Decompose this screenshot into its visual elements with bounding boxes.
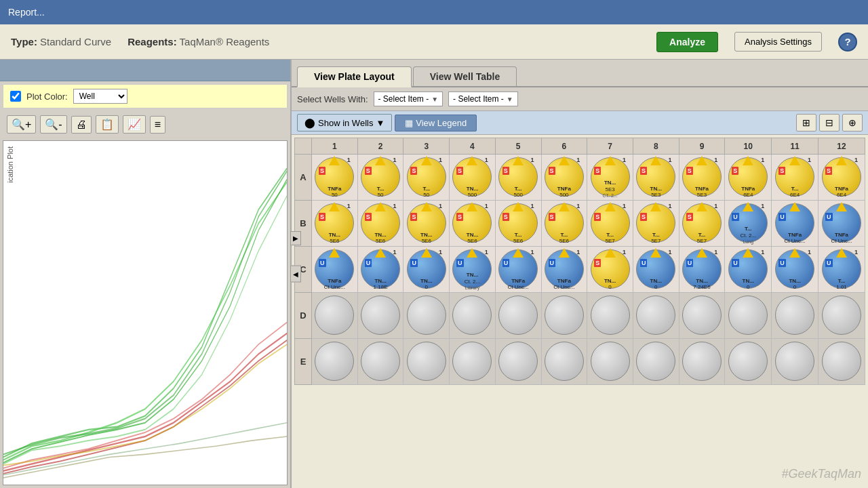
well-B5[interactable]: 1 S T... 5E6 bbox=[495, 201, 541, 247]
well-D11[interactable] bbox=[772, 293, 818, 339]
well-C7[interactable]: 1 S TN... 0 bbox=[587, 247, 633, 293]
well-E11[interactable] bbox=[772, 339, 818, 385]
plate-container[interactable]: 1 2 3 4 5 6 7 8 9 10 11 12 A bbox=[292, 135, 868, 488]
well-C11[interactable]: 1 U TN... 0 bbox=[772, 247, 818, 293]
plot-color-checkbox[interactable] bbox=[10, 91, 21, 102]
tab-well-table[interactable]: View Well Table bbox=[413, 66, 517, 86]
well-B11[interactable]: U TNFa Ct Unc... bbox=[772, 201, 818, 247]
well-B4[interactable]: 1 S TN... 5E6 bbox=[450, 201, 496, 247]
list-button[interactable]: ≡ bbox=[150, 116, 165, 134]
grid-control-button-2[interactable]: ⊟ bbox=[819, 114, 840, 131]
well-B3[interactable]: 1 S TN... 5E6 bbox=[403, 201, 450, 247]
well-C4[interactable]: 1 U TN... Ct. 2... Library bbox=[450, 247, 496, 293]
well-D5[interactable] bbox=[495, 293, 541, 339]
well-D12[interactable] bbox=[818, 293, 865, 339]
well-A12[interactable]: 1 S TNFa 6E4 bbox=[818, 155, 865, 201]
copy-button[interactable]: 📋 bbox=[96, 115, 119, 134]
well-C9[interactable]: 1 U TN... 7.24E6 bbox=[679, 247, 725, 293]
well-A10[interactable]: 1 S TNFa 6E4 bbox=[725, 155, 772, 201]
well-A2[interactable]: 1 S T... 50 bbox=[357, 155, 403, 201]
expand-right-arrow[interactable]: ▶ bbox=[290, 231, 301, 245]
well-E7[interactable] bbox=[587, 339, 633, 385]
select-item-dropdown-1[interactable]: - Select Item - ▼ bbox=[374, 92, 443, 106]
well-B2[interactable]: 1 S TN... 5E6 bbox=[357, 201, 403, 247]
well-E8[interactable] bbox=[633, 339, 679, 385]
select-item-dropdown-2[interactable]: - Select Item - ▼ bbox=[448, 92, 518, 106]
well-D2[interactable] bbox=[357, 293, 403, 339]
well-cell-A3: 1 S T... 50 bbox=[405, 156, 448, 199]
view-legend-button[interactable]: ▦ View Legend bbox=[395, 115, 477, 131]
show-in-wells-button[interactable]: ⬤ Show in Wells ▼ bbox=[297, 114, 392, 131]
well-E10[interactable] bbox=[725, 339, 772, 385]
well-B6[interactable]: 1 S T... 5E6 bbox=[541, 201, 587, 247]
well-C1[interactable]: U TNFa Ct Unc... bbox=[312, 247, 358, 293]
well-text-A5: T... 500 bbox=[497, 186, 540, 199]
well-text-B6: T... 5E6 bbox=[543, 232, 586, 245]
well-A8[interactable]: 1 S TN... 5E3 bbox=[633, 155, 679, 201]
chart-area: ication Plot bbox=[3, 140, 288, 485]
well-C3[interactable]: 1 U TN... 0 bbox=[403, 247, 450, 293]
well-C5[interactable]: 1 U TNFa Ct Unc... bbox=[495, 247, 541, 293]
well-C6[interactable]: 1 U TNFa Ct Unc... bbox=[541, 247, 587, 293]
well-cell-B7: 1 S T... 5E7 bbox=[589, 202, 631, 245]
well-C2[interactable]: 1 U TN... 1.18E bbox=[357, 247, 403, 293]
tab-plate-layout[interactable]: View Plate Layout bbox=[297, 66, 412, 87]
well-C12[interactable]: 1 U T... 1.01 bbox=[818, 247, 865, 293]
well-text-A1: TNFa 50 bbox=[313, 186, 356, 199]
well-E6[interactable] bbox=[541, 339, 587, 385]
well-A9[interactable]: 1 S TNFa 5E3 bbox=[679, 155, 725, 201]
well-A1[interactable]: 1 S TNFa 50 bbox=[312, 155, 358, 201]
well-E3[interactable] bbox=[403, 339, 450, 385]
well-circle-E4 bbox=[452, 342, 492, 381]
analysis-settings-button[interactable]: Analysis Settings bbox=[734, 32, 822, 52]
well-D1[interactable] bbox=[312, 293, 358, 339]
well-cell-E8 bbox=[635, 340, 677, 383]
well-E2[interactable] bbox=[357, 339, 403, 385]
well-label-B5: S bbox=[502, 213, 509, 221]
analyze-button[interactable]: Analyze bbox=[656, 32, 718, 52]
well-flag-C4 bbox=[467, 248, 477, 258]
well-C8[interactable]: 1 U TN... 0 bbox=[633, 247, 679, 293]
well-A4[interactable]: 1 S TN... 500 bbox=[450, 155, 496, 201]
well-B8[interactable]: 1 S T... 5E7 bbox=[633, 201, 679, 247]
well-D9[interactable] bbox=[679, 293, 725, 339]
zoom-in-button[interactable]: 🔍+ bbox=[7, 115, 36, 134]
well-B1[interactable]: 1 S TN... 5E6 bbox=[312, 201, 358, 247]
grid-control-button-3[interactable]: ⊕ bbox=[842, 114, 863, 131]
well-A7[interactable]: 1 S TN... 5E3 CT. 2... bbox=[587, 155, 633, 201]
well-E4[interactable] bbox=[450, 339, 496, 385]
well-num-C5: 1 bbox=[531, 249, 534, 256]
title-bar: Report... bbox=[0, 0, 868, 24]
well-E5[interactable] bbox=[495, 339, 541, 385]
well-D10[interactable] bbox=[725, 293, 772, 339]
well-B7[interactable]: 1 S T... 5E7 bbox=[587, 201, 633, 247]
well-A11[interactable]: 1 S T... 6E4 bbox=[772, 155, 818, 201]
well-cell-B12: U TNFa Ct Unc... bbox=[820, 202, 863, 245]
well-B9[interactable]: 1 S T... 5E7 bbox=[679, 201, 725, 247]
well-E12[interactable] bbox=[818, 339, 865, 385]
zoom-out-button[interactable]: 🔍- bbox=[40, 115, 66, 134]
well-text-B11: TNFa Ct Unc... bbox=[773, 232, 816, 245]
main-layout: Plot Color: Well Target Sample 🔍+ 🔍- 🖨 📋… bbox=[0, 60, 868, 488]
well-E9[interactable] bbox=[679, 339, 725, 385]
well-B12[interactable]: U TNFa Ct Unc... bbox=[818, 201, 865, 247]
well-circle-D10 bbox=[728, 296, 768, 335]
help-button[interactable]: ? bbox=[838, 33, 857, 52]
well-cell-A5: 1 S T... 500 bbox=[497, 156, 540, 199]
well-D4[interactable] bbox=[450, 293, 496, 339]
plot-color-select[interactable]: Well Target Sample bbox=[73, 89, 127, 104]
well-D3[interactable] bbox=[403, 293, 450, 339]
well-D8[interactable] bbox=[633, 293, 679, 339]
well-D7[interactable] bbox=[587, 293, 633, 339]
well-E1[interactable] bbox=[312, 339, 358, 385]
well-C10[interactable]: 1 U TN... 0 bbox=[725, 247, 772, 293]
chart-button[interactable]: 📈 bbox=[123, 115, 146, 134]
collapse-left-arrow[interactable]: ◀ bbox=[290, 266, 301, 283]
well-A3[interactable]: 1 S T... 50 bbox=[403, 155, 450, 201]
well-A5[interactable]: 1 S T... 500 bbox=[495, 155, 541, 201]
well-A6[interactable]: 1 S TNFa 500 bbox=[541, 155, 587, 201]
print-button[interactable]: 🖨 bbox=[71, 116, 92, 134]
grid-control-button-1[interactable]: ⊞ bbox=[796, 114, 816, 131]
well-B10[interactable]: 1 U T... Ct. 2... Lung bbox=[725, 201, 772, 247]
well-D6[interactable] bbox=[541, 293, 587, 339]
